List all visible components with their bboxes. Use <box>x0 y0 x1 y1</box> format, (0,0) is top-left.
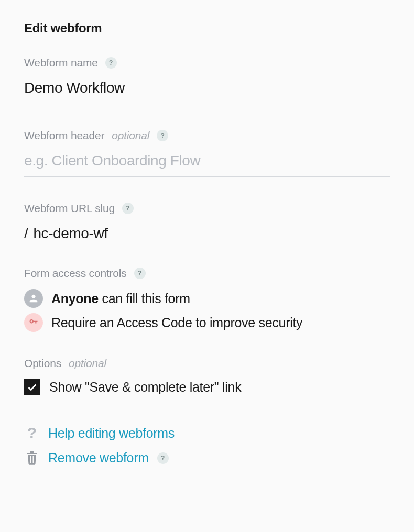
help-link[interactable]: Help editing webforms <box>48 426 175 441</box>
question-icon: ? <box>24 424 40 442</box>
trash-icon <box>24 451 40 465</box>
access-controls-label: Form access controls <box>24 267 127 280</box>
help-icon[interactable]: ? <box>105 57 117 69</box>
show-save-label: Show "Save & complete later" link <box>49 380 241 395</box>
show-save-option-row: Show "Save & complete later" link <box>24 379 390 395</box>
options-group: Options optional Show "Save & complete l… <box>24 357 390 395</box>
webform-slug-group: Webform URL slug ? / hc-demo-wf <box>24 202 390 242</box>
webform-header-input[interactable] <box>24 149 390 177</box>
webform-name-label: Webform name <box>24 57 98 69</box>
key-icon <box>24 313 43 332</box>
optional-tag: optional <box>112 129 149 142</box>
person-icon <box>24 289 43 308</box>
access-controls-group: Form access controls ? Anyone can fill t… <box>24 267 390 332</box>
webform-name-input[interactable] <box>24 76 390 104</box>
webform-name-group: Webform name ? <box>24 57 390 104</box>
help-icon[interactable]: ? <box>134 268 146 279</box>
page-title: Edit webform <box>24 21 390 36</box>
help-icon[interactable]: ? <box>157 452 169 464</box>
access-code-text: Require an Access Code to improve securi… <box>51 315 302 330</box>
webform-header-group: Webform header optional ? <box>24 129 390 177</box>
options-label: Options <box>24 357 61 370</box>
slug-prefix: / <box>24 225 28 242</box>
webform-header-label: Webform header <box>24 129 104 142</box>
access-anyone-row[interactable]: Anyone can fill this form <box>24 289 390 308</box>
remove-row: Remove webform ? <box>24 450 390 465</box>
access-anyone-text: Anyone can fill this form <box>51 291 190 306</box>
help-icon[interactable]: ? <box>157 130 168 141</box>
help-icon[interactable]: ? <box>122 203 134 214</box>
footer-links: ? Help editing webforms Remove webform ? <box>24 424 390 465</box>
remove-link[interactable]: Remove webform <box>48 450 149 465</box>
access-code-row[interactable]: Require an Access Code to improve securi… <box>24 313 390 332</box>
optional-tag: optional <box>69 357 106 370</box>
show-save-checkbox[interactable] <box>24 379 40 395</box>
webform-slug-label: Webform URL slug <box>24 202 115 215</box>
help-row: ? Help editing webforms <box>24 424 390 442</box>
slug-value[interactable]: hc-demo-wf <box>33 225 107 242</box>
